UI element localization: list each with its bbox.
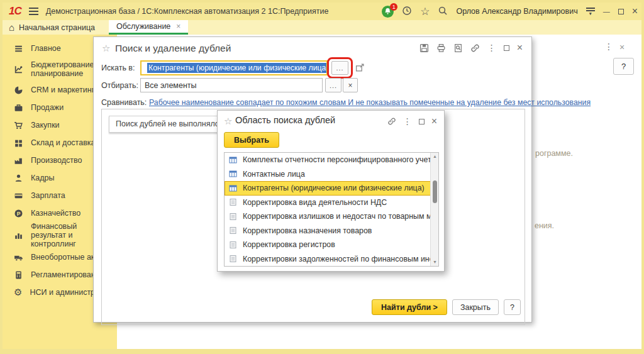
search-scope-modal: ☆ Область поиска дублей ⋮ × Выбрать Комп… — [217, 110, 445, 272]
catalog-icon — [229, 156, 237, 164]
tab-bar: ⌂ Начальная страница Обслуживание × — [3, 20, 641, 35]
open-in-window-icon[interactable] — [355, 63, 365, 75]
compare-rule-link[interactable]: Рабочее наименование совпадает по похожи… — [149, 95, 591, 110]
background-more-menu-icon[interactable]: ⋮ — [604, 41, 613, 52]
app-window: 1С Демонстрационная база / 1С:Комплексна… — [0, 0, 644, 354]
tab-maintenance[interactable]: Обслуживание × — [109, 20, 188, 35]
compare-label: Сравнивать: — [101, 95, 147, 110]
covered-text-fragment-top: рограмме. — [535, 149, 573, 158]
document-icon — [229, 255, 237, 263]
service-menu-icon[interactable]: ▾ — [586, 8, 595, 15]
list-item[interactable]: Корректировки задолженностей по финансов… — [225, 252, 438, 267]
home-page-tab[interactable]: ⌂ Начальная страница — [9, 20, 109, 35]
favorites-star-icon[interactable]: ☆ — [420, 6, 430, 17]
planning-chart-icon — [14, 65, 23, 74]
list-item[interactable]: Корректировка назначения товаров — [225, 224, 438, 238]
window-title: Поиск и удаление дублей — [115, 43, 231, 54]
ruble-circle-icon: Р — [14, 209, 23, 218]
modal-title: Область поиска дублей — [235, 115, 335, 125]
search-in-value: Контрагенты (юридические или физические … — [147, 63, 328, 73]
search-in-choose-button[interactable]: ... — [331, 61, 348, 75]
print-icon[interactable] — [436, 43, 446, 53]
maximize-window-icon[interactable] — [419, 119, 425, 124]
filter-label: Отбирать: — [101, 78, 138, 93]
document-icon — [229, 226, 237, 235]
list-item[interactable]: Контактные лица — [225, 167, 438, 182]
more-menu-icon[interactable]: ⋮ — [403, 117, 412, 126]
history-icon[interactable] — [402, 6, 412, 17]
truck-icon — [14, 253, 23, 262]
close-window-icon[interactable]: × — [431, 116, 437, 126]
get-link-icon[interactable] — [470, 43, 480, 53]
covered-text-fragment-bottom: ения. — [535, 221, 554, 230]
tab-close-icon[interactable]: × — [176, 22, 180, 31]
close-form-button[interactable]: Закрыть — [452, 299, 499, 315]
factory-icon — [14, 156, 23, 165]
filter-value: Все элементы — [145, 81, 197, 90]
filter-choose-button[interactable]: ... — [325, 78, 341, 92]
list-item[interactable]: Корректировка излишков и недостач по тов… — [225, 209, 438, 224]
search-in-field[interactable]: Контрагенты (юридические или физические … — [140, 60, 328, 75]
catalog-icon — [229, 184, 237, 192]
main-menu-icon[interactable] — [29, 8, 38, 15]
document-icon — [229, 213, 237, 221]
menu-lines-icon — [14, 44, 23, 53]
home-label: Начальная страница — [19, 23, 95, 32]
find-duplicates-button[interactable]: Найти дубли > — [372, 299, 447, 315]
list-item[interactable]: Корректировка регистров — [225, 238, 438, 252]
scroll-down-icon[interactable]: ▼ — [431, 258, 439, 266]
scrollbar-thumb[interactable] — [433, 180, 437, 203]
background-close-icon[interactable]: × — [619, 42, 625, 52]
list-item[interactable]: Корректировка вида деятельности НДС — [225, 196, 438, 210]
current-user[interactable]: Орлов Александр Владимирович — [456, 7, 577, 16]
svg-text:Р: Р — [17, 210, 21, 216]
scroll-up-icon[interactable]: ▲ — [431, 153, 439, 160]
app-title: Демонстрационная база / 1С:Комплексная а… — [46, 7, 329, 16]
more-menu-icon[interactable]: ⋮ — [487, 43, 496, 52]
warehouse-grid-icon — [14, 138, 23, 148]
minimize-button[interactable]: — — [603, 8, 610, 15]
favorite-star-icon[interactable]: ☆ — [102, 43, 110, 54]
person-icon — [14, 174, 23, 183]
catalog-icon — [229, 170, 237, 178]
notifications-bell-icon[interactable]: 1 — [382, 6, 394, 18]
bank-card-icon — [14, 191, 23, 201]
maximize-window-icon[interactable] — [504, 45, 509, 51]
list-item-selected[interactable]: Контрагенты (юридические или физические … — [225, 181, 438, 196]
close-window-icon[interactable]: × — [517, 43, 523, 53]
document-icon — [229, 241, 237, 249]
maximize-button[interactable] — [618, 7, 624, 16]
document-icon — [229, 198, 237, 206]
form-help-button[interactable]: ? — [504, 299, 521, 315]
select-button[interactable]: Выбрать — [224, 132, 279, 148]
bar-chart-icon — [14, 231, 23, 240]
scope-list: Комплекты отчетности персонифицированног… — [224, 152, 439, 267]
home-icon: ⌂ — [9, 22, 14, 33]
preview-icon[interactable] — [453, 43, 463, 53]
search-icon[interactable] — [438, 6, 448, 17]
get-link-icon[interactable] — [387, 117, 396, 126]
background-help-button[interactable]: ? — [613, 58, 634, 75]
briefcase-icon — [14, 103, 23, 113]
search-in-label: Искать в: — [101, 60, 135, 75]
filter-clear-button[interactable]: × — [343, 78, 358, 92]
tab-label: Обслуживание — [116, 22, 170, 31]
gear-icon: ⚙ — [14, 287, 22, 298]
titlebar: 1С Демонстрационная база / 1С:Комплексна… — [3, 3, 641, 20]
favorite-star-icon[interactable]: ☆ — [224, 116, 232, 127]
save-icon[interactable] — [419, 43, 429, 53]
close-app-button[interactable]: × — [632, 6, 638, 17]
list-item[interactable]: Комплекты отчетности персонифицированног… — [225, 153, 438, 167]
cart-icon — [14, 121, 23, 130]
pie-chart-icon — [14, 86, 23, 95]
notification-badge: 1 — [390, 3, 397, 11]
calculator-icon — [14, 270, 23, 280]
filter-field[interactable]: Все элементы — [140, 78, 323, 92]
list-scrollbar[interactable]: ▲ ▼ — [430, 153, 438, 266]
1c-logo: 1С — [9, 5, 21, 18]
